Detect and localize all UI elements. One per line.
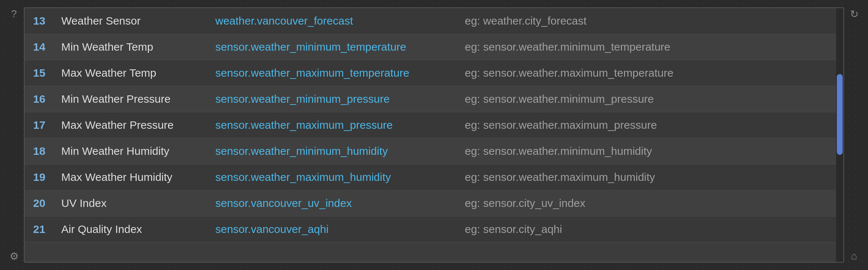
row-label: Max Weather Humidity (54, 164, 208, 190)
table-row[interactable]: 18Min Weather Humiditysensor.weather_min… (25, 138, 836, 164)
row-example: eg: sensor.weather.maximum_temperature (457, 60, 836, 86)
scrollbar-thumb[interactable] (837, 74, 843, 155)
row-label: Min Weather Pressure (54, 86, 208, 112)
main-panel: 13Weather Sensorweather.vancouver_foreca… (24, 7, 844, 263)
row-example: eg: sensor.weather.minimum_pressure (457, 86, 836, 112)
sensor-table: 13Weather Sensorweather.vancouver_foreca… (25, 8, 836, 242)
row-value[interactable]: sensor.weather_maximum_pressure (208, 112, 457, 138)
row-value[interactable]: sensor.vancouver_aqhi (208, 216, 457, 242)
row-number: 15 (25, 60, 54, 86)
row-label: Min Weather Temp (54, 34, 208, 60)
table-row[interactable]: 15Max Weather Tempsensor.weather_maximum… (25, 60, 836, 86)
row-number: 19 (25, 164, 54, 190)
row-number: 13 (25, 8, 54, 34)
row-number: 20 (25, 190, 54, 216)
row-label: Max Weather Pressure (54, 112, 208, 138)
row-number: 16 (25, 86, 54, 112)
row-value[interactable]: sensor.weather_minimum_temperature (208, 34, 457, 60)
row-number: 14 (25, 34, 54, 60)
refresh-icon[interactable]: ↻ (843, 3, 865, 25)
scrollbar-track[interactable] (836, 8, 843, 262)
settings-icon[interactable]: ⚙ (3, 245, 25, 267)
table-container[interactable]: 13Weather Sensorweather.vancouver_foreca… (25, 8, 836, 262)
row-number: 17 (25, 112, 54, 138)
table-row[interactable]: 13Weather Sensorweather.vancouver_foreca… (25, 8, 836, 34)
row-example: eg: sensor.city_aqhi (457, 216, 836, 242)
row-example: eg: weather.city_forecast (457, 8, 836, 34)
row-example: eg: sensor.weather.minimum_temperature (457, 34, 836, 60)
row-label: UV Index (54, 190, 208, 216)
row-value[interactable]: sensor.weather_maximum_temperature (208, 60, 457, 86)
row-value[interactable]: sensor.weather_minimum_pressure (208, 86, 457, 112)
row-number: 18 (25, 138, 54, 164)
row-value[interactable]: weather.vancouver_forecast (208, 8, 457, 34)
table-row[interactable]: 21Air Quality Indexsensor.vancouver_aqhi… (25, 216, 836, 242)
row-label: Max Weather Temp (54, 60, 208, 86)
row-example: eg: sensor.weather.maximum_pressure (457, 112, 836, 138)
table-row[interactable]: 17Max Weather Pressuresensor.weather_max… (25, 112, 836, 138)
row-label: Weather Sensor (54, 8, 208, 34)
row-label: Air Quality Index (54, 216, 208, 242)
row-number: 21 (25, 216, 54, 242)
table-row[interactable]: 20UV Indexsensor.vancouver_uv_indexeg: s… (25, 190, 836, 216)
row-example: eg: sensor.weather.maximum_humidity (457, 164, 836, 190)
help-icon[interactable]: ? (3, 3, 25, 25)
row-label: Min Weather Humidity (54, 138, 208, 164)
row-value[interactable]: sensor.weather_maximum_humidity (208, 164, 457, 190)
row-value[interactable]: sensor.weather_minimum_humidity (208, 138, 457, 164)
table-row[interactable]: 14Min Weather Tempsensor.weather_minimum… (25, 34, 836, 60)
table-row[interactable]: 19Max Weather Humiditysensor.weather_max… (25, 164, 836, 190)
table-row[interactable]: 16Min Weather Pressuresensor.weather_min… (25, 86, 836, 112)
home-icon[interactable]: ⌂ (843, 245, 865, 267)
row-example: eg: sensor.city_uv_index (457, 190, 836, 216)
row-example: eg: sensor.weather.minimum_humidity (457, 138, 836, 164)
row-value[interactable]: sensor.vancouver_uv_index (208, 190, 457, 216)
